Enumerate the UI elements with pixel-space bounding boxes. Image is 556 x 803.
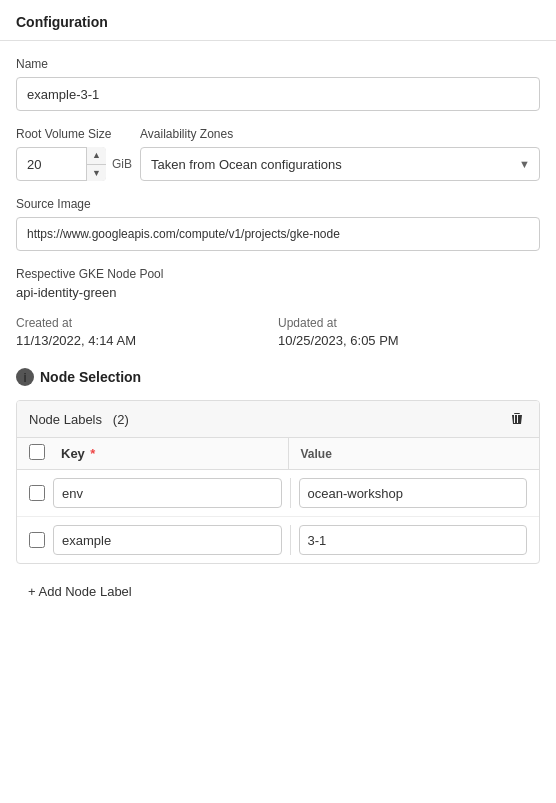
source-image-input[interactable] — [16, 217, 540, 251]
col-divider — [290, 525, 291, 555]
node-selection-section: i Node Selection Node Labels (2) — [0, 368, 556, 605]
node-selection-header: i Node Selection — [16, 368, 540, 386]
spinner-down-button[interactable]: ▼ — [87, 165, 106, 182]
availability-zones-select[interactable]: Taken from Ocean configurations us-east-… — [140, 147, 540, 181]
root-volume-group: Root Volume Size ▲ ▼ GiB — [16, 127, 132, 181]
row2-key-input[interactable] — [53, 525, 282, 555]
spinner-wrap: ▲ ▼ — [16, 147, 106, 181]
delete-labels-button[interactable] — [507, 409, 527, 429]
header-checkbox-col — [29, 444, 53, 463]
gke-node-pool-block: Respective GKE Node Pool api-identity-gr… — [16, 267, 540, 300]
name-input[interactable] — [16, 77, 540, 111]
row1-checkbox[interactable] — [29, 485, 45, 501]
created-at-label: Created at — [16, 316, 278, 330]
root-volume-label: Root Volume Size — [16, 127, 132, 141]
updated-at-value: 10/25/2023, 6:05 PM — [278, 333, 540, 348]
gke-node-pool-value: api-identity-green — [16, 285, 540, 300]
section-title: Configuration — [16, 14, 108, 30]
col-divider — [290, 478, 291, 508]
node-labels-header-bar: Node Labels (2) — [17, 401, 539, 438]
az-select-wrapper: Taken from Ocean configurations us-east-… — [140, 147, 540, 181]
row2-checkbox[interactable] — [29, 532, 45, 548]
trash-icon — [509, 411, 525, 427]
row2-value-input[interactable] — [299, 525, 528, 555]
node-labels-title: Node Labels (2) — [29, 412, 129, 427]
source-image-label: Source Image — [16, 197, 540, 211]
add-node-label-button[interactable]: + Add Node Label — [16, 578, 144, 605]
table-row — [17, 517, 539, 563]
node-selection-title: Node Selection — [40, 369, 141, 385]
name-label: Name — [16, 57, 540, 71]
created-at-item: Created at 11/13/2022, 4:14 AM — [16, 316, 278, 348]
volume-az-row: Root Volume Size ▲ ▼ GiB Availability Zo… — [16, 127, 540, 181]
gib-label: GiB — [112, 157, 132, 171]
row1-key-input[interactable] — [53, 478, 282, 508]
root-volume-input-group: ▲ ▼ GiB — [16, 147, 132, 181]
availability-zones-group: Availability Zones Taken from Ocean conf… — [140, 127, 540, 181]
table-row — [17, 470, 539, 517]
dates-row: Created at 11/13/2022, 4:14 AM Updated a… — [16, 316, 540, 348]
name-field-group: Name — [16, 57, 540, 111]
select-all-checkbox[interactable] — [29, 444, 45, 460]
spinner-up-button[interactable]: ▲ — [87, 147, 106, 165]
form-section: Name Root Volume Size ▲ ▼ GiB — [0, 41, 556, 348]
created-at-value: 11/13/2022, 4:14 AM — [16, 333, 278, 348]
updated-at-item: Updated at 10/25/2023, 6:05 PM — [278, 316, 540, 348]
node-labels-table: Node Labels (2) Key * — [16, 400, 540, 564]
table-column-headers: Key * Value — [17, 438, 539, 470]
col-key-header: Key * — [61, 438, 289, 469]
configuration-header: Configuration — [0, 0, 556, 41]
gke-node-pool-label: Respective GKE Node Pool — [16, 267, 540, 281]
page-container: Configuration Name Root Volume Size ▲ ▼ — [0, 0, 556, 605]
spinner-buttons: ▲ ▼ — [86, 147, 106, 181]
source-image-field-group: Source Image — [16, 197, 540, 251]
row1-value-input[interactable] — [299, 478, 528, 508]
info-icon: i — [16, 368, 34, 386]
col-value-header: Value — [289, 439, 528, 469]
availability-zones-label: Availability Zones — [140, 127, 540, 141]
updated-at-label: Updated at — [278, 316, 540, 330]
